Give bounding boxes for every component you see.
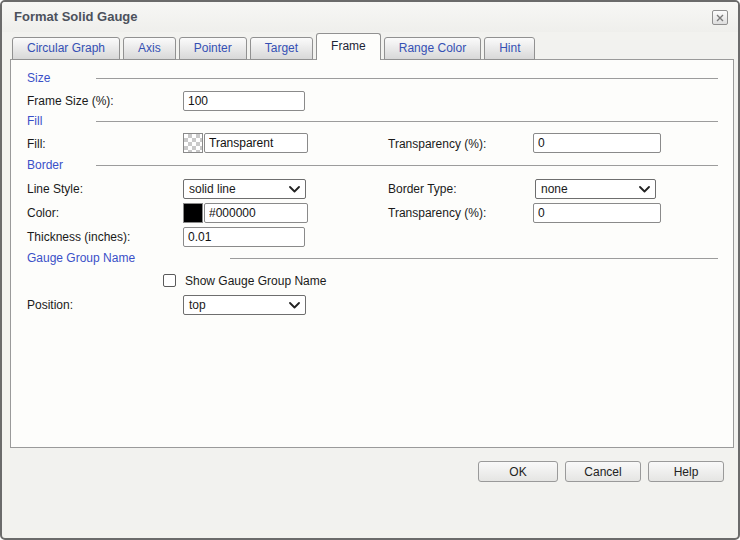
ok-button[interactable]: OK (478, 461, 558, 482)
tab-bar: Circular Graph Axis Pointer Target Frame… (12, 33, 535, 60)
format-solid-gauge-dialog: Format Solid Gauge Circular Graph Axis P… (0, 0, 740, 540)
border-section-header: Border (27, 158, 63, 172)
position-dropdown[interactable]: top (183, 295, 306, 315)
border-type-value: none (541, 182, 568, 196)
tab-target[interactable]: Target (250, 37, 313, 60)
thickness-input[interactable] (183, 227, 305, 247)
fill-value-input[interactable] (204, 133, 308, 153)
chevron-down-icon (639, 186, 650, 193)
position-label: Position: (27, 298, 73, 312)
tab-axis[interactable]: Axis (123, 37, 176, 60)
close-button[interactable] (712, 10, 728, 25)
border-color-label: Color: (27, 206, 59, 220)
dialog-title: Format Solid Gauge (14, 9, 138, 24)
border-transparency-label: Transparency (%): (388, 206, 486, 220)
border-transparency-input[interactable] (533, 203, 661, 223)
border-color-input[interactable] (204, 203, 308, 223)
fill-section-header: Fill (27, 114, 42, 128)
cancel-button[interactable]: Cancel (565, 461, 641, 482)
gauge-group-section-rule (230, 258, 718, 259)
frame-size-label: Frame Size (%): (27, 94, 114, 108)
footer-button-bar: OK Cancel Help (478, 461, 724, 482)
border-color-swatch-button[interactable] (183, 203, 203, 223)
frame-tab-panel: Size Frame Size (%): Fill Fill: Transpar… (10, 59, 734, 448)
fill-label: Fill: (27, 137, 46, 151)
show-gauge-group-name-label: Show Gauge Group Name (185, 274, 326, 288)
frame-size-input[interactable] (183, 91, 305, 111)
line-style-label: Line Style: (27, 182, 83, 196)
help-button[interactable]: Help (648, 461, 724, 482)
dialog-titlebar: Format Solid Gauge (2, 2, 738, 32)
gauge-group-section-header: Gauge Group Name (27, 251, 135, 265)
fill-swatch-button[interactable] (183, 133, 203, 153)
fill-section-rule (96, 121, 718, 122)
tab-frame[interactable]: Frame (316, 33, 381, 60)
fill-transparency-label: Transparency (%): (388, 137, 486, 151)
border-type-label: Border Type: (388, 182, 456, 196)
size-section-rule (96, 78, 718, 79)
tab-range-color[interactable]: Range Color (384, 37, 481, 60)
size-section-header: Size (27, 71, 50, 85)
border-type-dropdown[interactable]: none (535, 179, 656, 199)
chevron-down-icon (289, 186, 300, 193)
close-icon (716, 14, 724, 22)
thickness-label: Thickness (inches): (27, 230, 130, 244)
show-gauge-group-name-checkbox[interactable] (163, 274, 176, 287)
border-section-rule (96, 165, 718, 166)
tab-pointer[interactable]: Pointer (179, 37, 247, 60)
tab-hint[interactable]: Hint (484, 37, 535, 60)
chevron-down-icon (289, 302, 300, 309)
line-style-dropdown[interactable]: solid line (183, 179, 306, 199)
position-value: top (189, 298, 206, 312)
tab-circular-graph[interactable]: Circular Graph (12, 37, 120, 60)
line-style-value: solid line (189, 182, 236, 196)
fill-transparency-input[interactable] (533, 133, 661, 153)
